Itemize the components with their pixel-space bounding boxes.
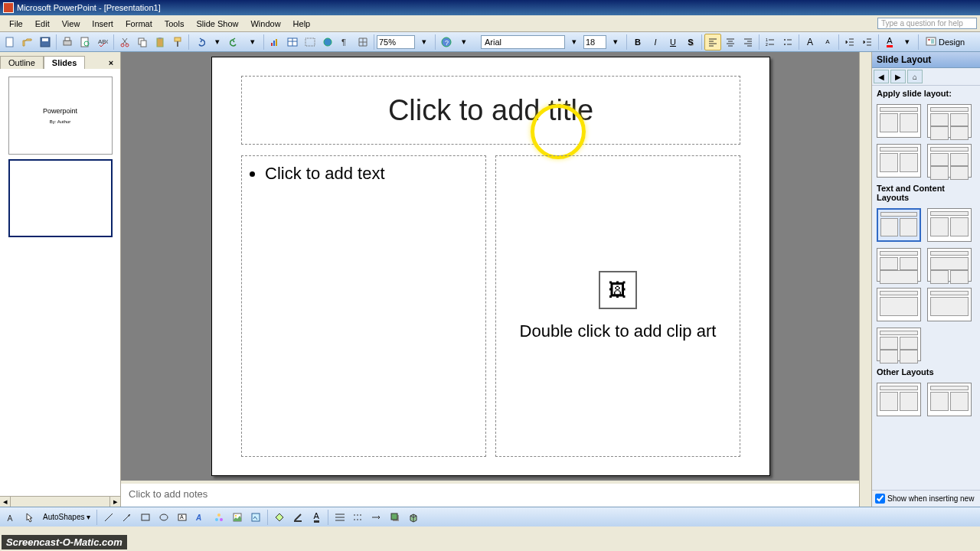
layout-tc-7[interactable] <box>877 328 921 361</box>
draw-menu-button[interactable] <box>3 509 20 526</box>
bullets-button[interactable] <box>779 34 796 51</box>
task-home-button[interactable]: ⌂ <box>907 70 923 83</box>
toolbar-options[interactable]: ▾ <box>456 34 472 51</box>
undo-button[interactable] <box>191 34 208 51</box>
slide-thumb-2[interactable] <box>8 159 113 237</box>
show-grid-button[interactable] <box>354 34 371 51</box>
oval-button[interactable] <box>155 509 172 526</box>
wordart-button[interactable]: A <box>192 509 209 526</box>
font-dropdown[interactable]: ▾ <box>566 34 583 51</box>
layout-content-2[interactable] <box>927 104 972 138</box>
decrease-indent-button[interactable] <box>841 34 858 51</box>
menu-insert[interactable]: Insert <box>86 18 119 30</box>
3d-style-button[interactable] <box>405 509 422 526</box>
arrow-style-button[interactable] <box>368 509 385 526</box>
italic-button[interactable]: I <box>647 34 664 51</box>
notes-pane[interactable]: Click to add notes <box>121 481 871 507</box>
format-painter-button[interactable] <box>169 34 186 51</box>
save-button[interactable] <box>37 34 54 51</box>
paste-button[interactable] <box>152 34 168 51</box>
layout-content-3[interactable] <box>877 144 921 178</box>
clipart-placeholder[interactable]: 🖼 Double click to add clip art <box>495 155 740 457</box>
layout-tc-5[interactable] <box>877 288 921 321</box>
help-button[interactable]: ? <box>438 34 455 51</box>
align-left-button[interactable] <box>704 34 721 51</box>
spelling-button[interactable]: ABC <box>94 34 111 51</box>
menu-view[interactable]: View <box>56 18 87 30</box>
title-placeholder[interactable]: Click to add title <box>241 76 740 145</box>
textbox-button[interactable]: A <box>174 509 191 526</box>
task-back-button[interactable]: ◀ <box>874 70 889 83</box>
shadow-style-button[interactable] <box>387 509 403 526</box>
menu-edit[interactable]: Edit <box>29 18 56 30</box>
new-button[interactable] <box>2 34 18 51</box>
notes-vscroll[interactable] <box>859 481 871 507</box>
increase-font-button[interactable]: A <box>802 34 818 51</box>
decrease-font-button[interactable]: A <box>819 34 836 51</box>
layout-other-2[interactable] <box>927 383 972 416</box>
editor-vscroll[interactable] <box>859 52 871 481</box>
panel-hscroll[interactable]: ◂ ▸ <box>0 496 120 507</box>
menu-help[interactable]: Help <box>287 18 317 30</box>
open-button[interactable] <box>19 34 36 51</box>
tab-outline[interactable]: Outline <box>0 56 44 69</box>
font-color-button[interactable]: A <box>881 34 898 51</box>
design-button[interactable]: Design <box>921 34 969 50</box>
increase-indent-button[interactable] <box>859 34 876 51</box>
layout-tc-1[interactable] <box>877 208 921 242</box>
diagram-button[interactable] <box>211 509 227 526</box>
text-placeholder[interactable]: Click to add text <box>241 155 486 457</box>
line-style-button[interactable] <box>332 509 348 526</box>
menu-window[interactable]: Window <box>244 18 286 30</box>
font-size-dropdown[interactable]: ▾ <box>607 34 624 51</box>
font-color-button-2[interactable]: A <box>308 509 325 526</box>
cut-button[interactable] <box>116 34 133 51</box>
insert-hyperlink-button[interactable] <box>319 34 336 51</box>
close-panel-button[interactable]: × <box>105 57 117 69</box>
font-color-dropdown[interactable]: ▾ <box>899 34 916 51</box>
font-input[interactable] <box>481 35 565 49</box>
print-preview-button[interactable] <box>77 34 93 51</box>
undo-dropdown[interactable]: ▾ <box>209 34 226 51</box>
task-forward-button[interactable]: ▶ <box>890 70 906 83</box>
shadow-button[interactable]: S <box>682 34 699 51</box>
menu-slideshow[interactable]: Slide Show <box>190 18 244 30</box>
fill-color-button[interactable] <box>271 509 288 526</box>
layout-tc-4[interactable] <box>927 248 972 282</box>
autoshapes-button[interactable]: AutoShapes ▾ <box>40 509 93 526</box>
align-right-button[interactable] <box>740 34 756 51</box>
font-size-input[interactable] <box>583 35 606 49</box>
bold-button[interactable]: B <box>629 34 646 51</box>
line-color-button[interactable] <box>289 509 306 526</box>
layout-tc-3[interactable] <box>877 248 921 282</box>
copy-button[interactable] <box>134 34 151 51</box>
tab-slides[interactable]: Slides <box>44 56 85 69</box>
layout-content-1[interactable] <box>877 104 921 138</box>
rectangle-button[interactable] <box>137 509 154 526</box>
slide-thumb-1[interactable]: Powerpoint By: Author <box>8 77 113 155</box>
menu-file[interactable]: File <box>3 18 29 30</box>
redo-dropdown[interactable]: ▾ <box>244 34 261 51</box>
clipart-button[interactable] <box>229 509 246 526</box>
slide-canvas[interactable]: Click to add title Click to add text 🖼 D… <box>211 57 770 476</box>
zoom-input[interactable] <box>377 35 415 49</box>
menu-format[interactable]: Format <box>119 18 158 30</box>
arrow-button[interactable] <box>119 509 136 526</box>
underline-button[interactable]: U <box>665 34 681 51</box>
show-formatting-button[interactable]: ¶ <box>337 34 354 51</box>
redo-button[interactable] <box>227 34 243 51</box>
zoom-dropdown[interactable]: ▾ <box>416 34 433 51</box>
tables-borders-button[interactable] <box>302 34 318 51</box>
show-checkbox[interactable] <box>875 494 885 504</box>
layout-tc-2[interactable] <box>927 208 972 242</box>
help-search-input[interactable]: Type a question for help <box>877 18 977 29</box>
layout-other-1[interactable] <box>877 383 921 416</box>
layout-content-4[interactable] <box>927 144 972 178</box>
menu-tools[interactable]: Tools <box>158 18 191 30</box>
insert-table-button[interactable] <box>284 34 301 51</box>
align-center-button[interactable] <box>722 34 739 51</box>
show-when-inserting[interactable]: Show when inserting new <box>872 490 980 507</box>
picture-button[interactable] <box>247 509 264 526</box>
layout-tc-6[interactable] <box>927 288 972 321</box>
print-button[interactable] <box>59 34 76 51</box>
